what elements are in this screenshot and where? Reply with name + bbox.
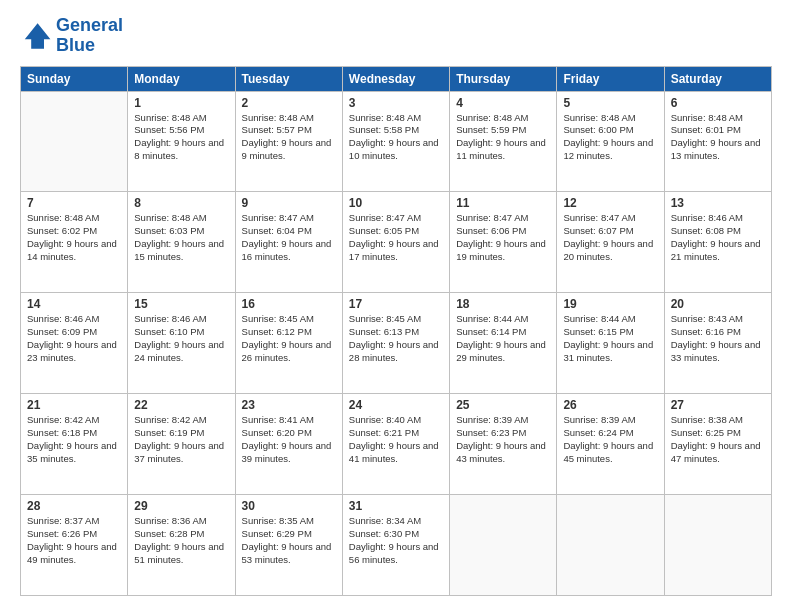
calendar-cell: 21 Sunrise: 8:42 AMSunset: 6:18 PMDaylig… [21, 394, 128, 495]
day-number: 17 [349, 297, 443, 311]
day-number: 26 [563, 398, 657, 412]
day-number: 23 [242, 398, 336, 412]
logo-text: General Blue [56, 16, 123, 56]
day-number: 13 [671, 196, 765, 210]
cell-info: Sunrise: 8:47 AMSunset: 6:07 PMDaylight:… [563, 212, 657, 263]
calendar-week-row: 21 Sunrise: 8:42 AMSunset: 6:18 PMDaylig… [21, 394, 772, 495]
cell-info: Sunrise: 8:48 AMSunset: 5:59 PMDaylight:… [456, 112, 550, 163]
header: General Blue [20, 16, 772, 56]
cell-info: Sunrise: 8:42 AMSunset: 6:19 PMDaylight:… [134, 414, 228, 465]
calendar-cell [664, 495, 771, 596]
weekday-header-row: SundayMondayTuesdayWednesdayThursdayFrid… [21, 66, 772, 91]
calendar-cell: 18 Sunrise: 8:44 AMSunset: 6:14 PMDaylig… [450, 293, 557, 394]
day-number: 7 [27, 196, 121, 210]
cell-info: Sunrise: 8:42 AMSunset: 6:18 PMDaylight:… [27, 414, 121, 465]
calendar-cell [450, 495, 557, 596]
day-number: 31 [349, 499, 443, 513]
day-number: 14 [27, 297, 121, 311]
cell-info: Sunrise: 8:48 AMSunset: 6:02 PMDaylight:… [27, 212, 121, 263]
day-number: 10 [349, 196, 443, 210]
cell-info: Sunrise: 8:39 AMSunset: 6:24 PMDaylight:… [563, 414, 657, 465]
cell-info: Sunrise: 8:38 AMSunset: 6:25 PMDaylight:… [671, 414, 765, 465]
calendar-week-row: 7 Sunrise: 8:48 AMSunset: 6:02 PMDayligh… [21, 192, 772, 293]
calendar-cell: 3 Sunrise: 8:48 AMSunset: 5:58 PMDayligh… [342, 91, 449, 192]
day-number: 6 [671, 96, 765, 110]
page: General Blue SundayMondayTuesdayWednesda… [0, 0, 792, 612]
calendar-week-row: 1 Sunrise: 8:48 AMSunset: 5:56 PMDayligh… [21, 91, 772, 192]
calendar-week-row: 28 Sunrise: 8:37 AMSunset: 6:26 PMDaylig… [21, 495, 772, 596]
day-number: 18 [456, 297, 550, 311]
day-number: 21 [27, 398, 121, 412]
day-number: 28 [27, 499, 121, 513]
logo-icon [20, 20, 52, 52]
cell-info: Sunrise: 8:45 AMSunset: 6:12 PMDaylight:… [242, 313, 336, 364]
day-number: 29 [134, 499, 228, 513]
calendar-cell: 15 Sunrise: 8:46 AMSunset: 6:10 PMDaylig… [128, 293, 235, 394]
day-number: 16 [242, 297, 336, 311]
calendar-table: SundayMondayTuesdayWednesdayThursdayFrid… [20, 66, 772, 596]
cell-info: Sunrise: 8:39 AMSunset: 6:23 PMDaylight:… [456, 414, 550, 465]
calendar-cell: 10 Sunrise: 8:47 AMSunset: 6:05 PMDaylig… [342, 192, 449, 293]
cell-info: Sunrise: 8:45 AMSunset: 6:13 PMDaylight:… [349, 313, 443, 364]
cell-info: Sunrise: 8:46 AMSunset: 6:09 PMDaylight:… [27, 313, 121, 364]
weekday-header: Friday [557, 66, 664, 91]
day-number: 3 [349, 96, 443, 110]
calendar-cell: 22 Sunrise: 8:42 AMSunset: 6:19 PMDaylig… [128, 394, 235, 495]
day-number: 19 [563, 297, 657, 311]
day-number: 27 [671, 398, 765, 412]
calendar-cell: 23 Sunrise: 8:41 AMSunset: 6:20 PMDaylig… [235, 394, 342, 495]
weekday-header: Tuesday [235, 66, 342, 91]
cell-info: Sunrise: 8:41 AMSunset: 6:20 PMDaylight:… [242, 414, 336, 465]
calendar-cell: 25 Sunrise: 8:39 AMSunset: 6:23 PMDaylig… [450, 394, 557, 495]
day-number: 8 [134, 196, 228, 210]
calendar-cell: 20 Sunrise: 8:43 AMSunset: 6:16 PMDaylig… [664, 293, 771, 394]
day-number: 5 [563, 96, 657, 110]
day-number: 11 [456, 196, 550, 210]
calendar-week-row: 14 Sunrise: 8:46 AMSunset: 6:09 PMDaylig… [21, 293, 772, 394]
cell-info: Sunrise: 8:36 AMSunset: 6:28 PMDaylight:… [134, 515, 228, 566]
calendar-cell: 17 Sunrise: 8:45 AMSunset: 6:13 PMDaylig… [342, 293, 449, 394]
logo: General Blue [20, 16, 123, 56]
cell-info: Sunrise: 8:48 AMSunset: 5:58 PMDaylight:… [349, 112, 443, 163]
weekday-header: Monday [128, 66, 235, 91]
calendar-cell: 1 Sunrise: 8:48 AMSunset: 5:56 PMDayligh… [128, 91, 235, 192]
day-number: 24 [349, 398, 443, 412]
cell-info: Sunrise: 8:48 AMSunset: 5:57 PMDaylight:… [242, 112, 336, 163]
calendar-cell: 19 Sunrise: 8:44 AMSunset: 6:15 PMDaylig… [557, 293, 664, 394]
weekday-header: Saturday [664, 66, 771, 91]
cell-info: Sunrise: 8:46 AMSunset: 6:10 PMDaylight:… [134, 313, 228, 364]
day-number: 4 [456, 96, 550, 110]
cell-info: Sunrise: 8:34 AMSunset: 6:30 PMDaylight:… [349, 515, 443, 566]
cell-info: Sunrise: 8:46 AMSunset: 6:08 PMDaylight:… [671, 212, 765, 263]
calendar-cell: 30 Sunrise: 8:35 AMSunset: 6:29 PMDaylig… [235, 495, 342, 596]
day-number: 20 [671, 297, 765, 311]
calendar-cell: 8 Sunrise: 8:48 AMSunset: 6:03 PMDayligh… [128, 192, 235, 293]
cell-info: Sunrise: 8:43 AMSunset: 6:16 PMDaylight:… [671, 313, 765, 364]
calendar-cell: 2 Sunrise: 8:48 AMSunset: 5:57 PMDayligh… [235, 91, 342, 192]
cell-info: Sunrise: 8:48 AMSunset: 6:00 PMDaylight:… [563, 112, 657, 163]
day-number: 25 [456, 398, 550, 412]
cell-info: Sunrise: 8:48 AMSunset: 5:56 PMDaylight:… [134, 112, 228, 163]
weekday-header: Wednesday [342, 66, 449, 91]
calendar-cell: 26 Sunrise: 8:39 AMSunset: 6:24 PMDaylig… [557, 394, 664, 495]
cell-info: Sunrise: 8:47 AMSunset: 6:05 PMDaylight:… [349, 212, 443, 263]
weekday-header: Sunday [21, 66, 128, 91]
cell-info: Sunrise: 8:47 AMSunset: 6:06 PMDaylight:… [456, 212, 550, 263]
calendar-cell: 16 Sunrise: 8:45 AMSunset: 6:12 PMDaylig… [235, 293, 342, 394]
day-number: 12 [563, 196, 657, 210]
calendar-cell: 4 Sunrise: 8:48 AMSunset: 5:59 PMDayligh… [450, 91, 557, 192]
svg-marker-0 [25, 23, 51, 49]
calendar-cell: 24 Sunrise: 8:40 AMSunset: 6:21 PMDaylig… [342, 394, 449, 495]
cell-info: Sunrise: 8:37 AMSunset: 6:26 PMDaylight:… [27, 515, 121, 566]
cell-info: Sunrise: 8:48 AMSunset: 6:01 PMDaylight:… [671, 112, 765, 163]
day-number: 2 [242, 96, 336, 110]
weekday-header: Thursday [450, 66, 557, 91]
day-number: 1 [134, 96, 228, 110]
cell-info: Sunrise: 8:35 AMSunset: 6:29 PMDaylight:… [242, 515, 336, 566]
day-number: 9 [242, 196, 336, 210]
calendar-cell: 9 Sunrise: 8:47 AMSunset: 6:04 PMDayligh… [235, 192, 342, 293]
day-number: 22 [134, 398, 228, 412]
calendar-cell: 12 Sunrise: 8:47 AMSunset: 6:07 PMDaylig… [557, 192, 664, 293]
calendar-cell [557, 495, 664, 596]
calendar-cell: 6 Sunrise: 8:48 AMSunset: 6:01 PMDayligh… [664, 91, 771, 192]
